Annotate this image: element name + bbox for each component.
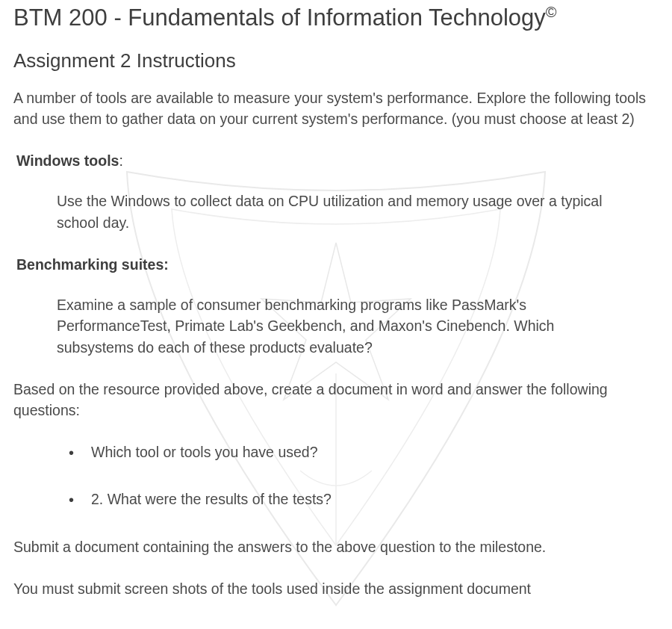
- windows-tools-label: Windows tools: [16, 152, 119, 169]
- windows-tools-text: Use the Windows to collect data on CPU u…: [13, 190, 633, 233]
- closing-paragraph-2: You must submit screen shots of the tool…: [13, 578, 659, 599]
- windows-tools-label-suffix: :: [119, 152, 122, 169]
- assignment-subtitle: Assignment 2 Instructions: [13, 47, 659, 75]
- list-item: 2. What were the results of the tests?: [13, 489, 659, 509]
- list-item: Which tool or tools you have used?: [13, 442, 659, 462]
- windows-tools-heading: Windows tools:: [13, 150, 659, 171]
- after-sections-paragraph: Based on the resource provided above, cr…: [13, 379, 659, 421]
- question-list: Which tool or tools you have used? 2. Wh…: [13, 442, 659, 510]
- course-title: BTM 200 - Fundamentals of Information Te…: [13, 1, 659, 35]
- benchmarking-text: Examine a sample of consumer benchmarkin…: [13, 294, 633, 358]
- benchmarking-heading: Benchmarking suites:: [13, 254, 659, 275]
- benchmarking-label: Benchmarking suites:: [16, 256, 169, 273]
- copyright-mark: ©: [546, 4, 557, 20]
- course-title-text: BTM 200 - Fundamentals of Information Te…: [13, 4, 546, 31]
- intro-paragraph: A number of tools are available to measu…: [13, 87, 659, 130]
- closing-paragraph-1: Submit a document containing the answers…: [13, 536, 659, 557]
